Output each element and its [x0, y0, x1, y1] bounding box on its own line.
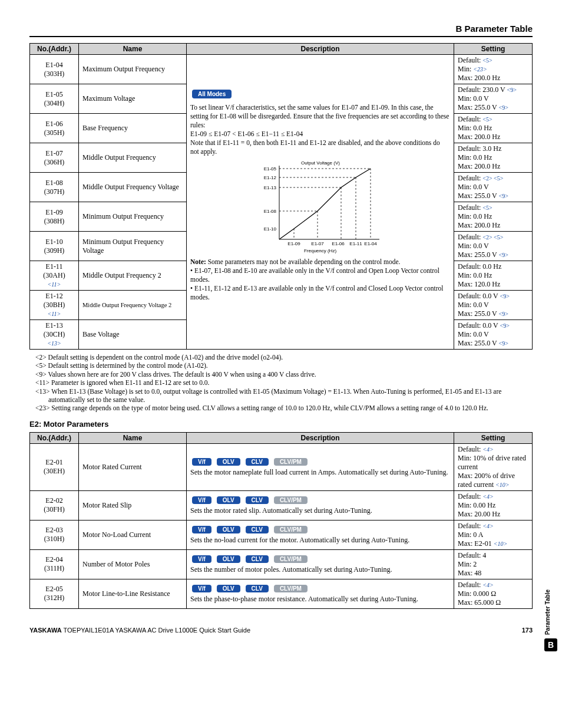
setting-cell: Default: <5>Min: 0.0 HzMax: 200.0 Hz	[454, 202, 533, 232]
name-cell: Middle Output Frequency Voltage	[79, 173, 187, 202]
mode-badge-clv: CLV	[246, 526, 269, 533]
mode-badge-olv: OLV	[217, 555, 240, 563]
setting-cell: Default: 0.0 HzMin: 0.0 HzMax: 120.0 Hz	[454, 261, 533, 291]
setting-cell: Default: <4>Min: 0.000 ΩMax: 65.000 Ω	[454, 579, 533, 608]
footnote-23: <23> Setting range depends on the type o…	[29, 404, 533, 412]
name-cell: Middle Output Frequency 2	[79, 261, 187, 291]
page-footer: YASKAWA TOEPYAIL1E01A YASKAWA AC Drive L…	[29, 627, 533, 634]
addr-cell: E1-06(305H)	[30, 114, 79, 143]
svg-text:E1-08: E1-08	[263, 209, 276, 214]
name-cell: Middle Output Frequency Voltage 2	[79, 291, 187, 320]
addr-cell: E2-04(311H)	[30, 549, 79, 579]
description-content: All Modes To set linear V/f characterist…	[190, 88, 450, 302]
mode-badge-all: All Modes	[192, 90, 232, 98]
section-title-e2: E2: Motor Parameters	[29, 420, 533, 429]
svg-text:E1-05: E1-05	[263, 166, 276, 172]
mode-badge-vf: V/f	[192, 526, 211, 533]
mode-badge-olv: OLV	[217, 526, 240, 533]
addr-cell: E2-01(30EH)	[30, 443, 79, 490]
setting-cell: Default: <4>Min: 0.00 HzMax: 20.00 Hz	[454, 490, 533, 520]
setting-cell: Default: 3.0 HzMin: 0.0 HzMax: 200.0 Hz	[454, 143, 533, 173]
parameter-table-e2: No.(Addr.) Name Description Setting E2-0…	[29, 432, 533, 609]
svg-text:E1-10: E1-10	[263, 226, 276, 232]
name-cell: Maximum Voltage	[79, 84, 187, 114]
footnote-2: <2> Default setting is dependent on the …	[29, 353, 533, 361]
addr-cell: E1-09(308H)	[30, 202, 79, 232]
table-row: E2-01(30EH)Motor Rated Current V/f OLV C…	[30, 443, 533, 490]
setting-cell: Default: <5>Min: <23>Max: 200.0 Hz	[454, 55, 533, 84]
svg-text:E1-11: E1-11	[349, 241, 362, 246]
side-tab: Parameter Table B	[544, 589, 557, 651]
col-desc: Description	[187, 432, 454, 443]
parameter-table-e1: No.(Addr.) Name Description Setting E1-0…	[29, 43, 533, 350]
addr-cell: E2-02(30FH)	[30, 490, 79, 520]
addr-cell: E1-05(304H)	[30, 84, 79, 114]
addr-cell: E2-05(312H)	[30, 579, 79, 608]
addr-cell: E1-08(307H)	[30, 173, 79, 202]
name-cell: Motor Rated Current	[79, 443, 187, 490]
description-cell: V/f OLV CLV CLV/PM Sets the number of mo…	[187, 549, 454, 579]
side-label: Parameter Table	[544, 589, 551, 635]
mode-badge-clvpm: CLV/PM	[274, 496, 308, 504]
mode-badge-clvpm: CLV/PM	[274, 526, 308, 533]
svg-text:E1-06: E1-06	[332, 241, 345, 246]
footnote-11: <11> Parameter is ignored when E1-11 and…	[29, 378, 533, 387]
footer-brand: YASKAWA	[29, 627, 62, 634]
mode-badge-olv: OLV	[217, 585, 240, 592]
col-name: Name	[79, 432, 187, 443]
footer-doc: TOEPYAIL1E01A YASKAWA AC Drive L1000E Qu…	[62, 627, 250, 634]
mode-badge-clv: CLV	[246, 496, 269, 504]
name-cell: Motor Line-to-Line Resistance	[79, 579, 187, 608]
mode-badge-olv: OLV	[217, 496, 240, 504]
setting-cell: Default: <2> <5>Min: 0.0 VMax: 255.0 V <…	[454, 173, 533, 202]
addr-cell: E1-07(306H)	[30, 143, 79, 173]
name-cell: Minimum Output Frequency Voltage	[79, 232, 187, 261]
mode-badge-vf: V/f	[192, 496, 211, 504]
footer-page: 173	[522, 627, 533, 634]
description-cell: V/f OLV CLV CLV/PM Sets the phase-to-pha…	[187, 579, 454, 608]
name-cell: Middle Output Frequency	[79, 143, 187, 173]
addr-cell: E1-13(30CH)<13>	[30, 320, 79, 350]
name-cell: Minimum Output Frequency	[79, 202, 187, 232]
mode-badge-vf: V/f	[192, 458, 211, 466]
mode-badge-clv: CLV	[246, 555, 269, 563]
addr-cell: E1-11(30AH)<11>	[30, 261, 79, 291]
col-setting: Setting	[454, 432, 533, 443]
table-row: E2-03(310H)Motor No-Load Current V/f OLV…	[30, 520, 533, 549]
setting-cell: Default: 4Min: 2Max: 48	[454, 549, 533, 579]
mode-badge-clv: CLV	[246, 458, 269, 466]
setting-cell: Default: <2> <5>Min: 0.0 VMax: 255.0 V <…	[454, 232, 533, 261]
col-addr: No.(Addr.)	[30, 44, 79, 55]
mode-badge-vf: V/f	[192, 585, 211, 592]
mode-badge-clv: CLV	[246, 585, 269, 592]
addr-cell: E1-12(30BH)<11>	[30, 291, 79, 320]
mode-badge-clvpm: CLV/PM	[274, 555, 308, 563]
col-addr: No.(Addr.)	[30, 432, 79, 443]
vf-diagram: Output Voltage (V) E1-05 E1-12 E1-13 E1-…	[244, 160, 397, 254]
svg-text:E1-13: E1-13	[263, 185, 276, 190]
setting-cell: Default: <5>Min: 0.0 HzMax: 200.0 Hz	[454, 114, 533, 143]
name-cell: Motor No-Load Current	[79, 520, 187, 549]
svg-text:E1-07: E1-07	[311, 241, 324, 246]
name-cell: Maximum Output Frequency	[79, 55, 187, 84]
setting-cell: Default: 0.0 V <9>Min: 0.0 VMax: 255.0 V…	[454, 320, 533, 350]
addr-cell: E1-04(303H)	[30, 55, 79, 84]
name-cell: Base Voltage	[79, 320, 187, 350]
svg-text:E1-04: E1-04	[364, 241, 377, 246]
svg-text:E1-09: E1-09	[287, 241, 300, 246]
footnote-13: <13> When E1-13 (Base Voltage) is set to…	[29, 387, 533, 404]
addr-cell: E1-10(309H)	[30, 232, 79, 261]
col-name: Name	[79, 44, 187, 55]
setting-cell: Default: 0.0 V <9>Min: 0.0 VMax: 255.0 V…	[454, 291, 533, 320]
svg-text:E1-12: E1-12	[263, 175, 276, 180]
col-desc: Description	[187, 44, 454, 55]
description-cell: V/f OLV CLV CLV/PM Sets the no-load curr…	[187, 520, 454, 549]
addr-cell: E2-03(310H)	[30, 520, 79, 549]
setting-cell: Default: <4>Min: 0 AMax: E2-01 <10>	[454, 520, 533, 549]
table-row: E2-04(311H)Number of Motor Poles V/f OLV…	[30, 549, 533, 579]
table-row: E2-02(30FH)Motor Rated Slip V/f OLV CLV …	[30, 490, 533, 520]
footnote-5: <5> Default setting is determined by the…	[29, 361, 533, 370]
table-row: E2-05(312H)Motor Line-to-Line Resistance…	[30, 579, 533, 608]
footnote-9: <9> Values shown here are for 200 V clas…	[29, 370, 533, 378]
page-header: B Parameter Table	[29, 24, 533, 37]
